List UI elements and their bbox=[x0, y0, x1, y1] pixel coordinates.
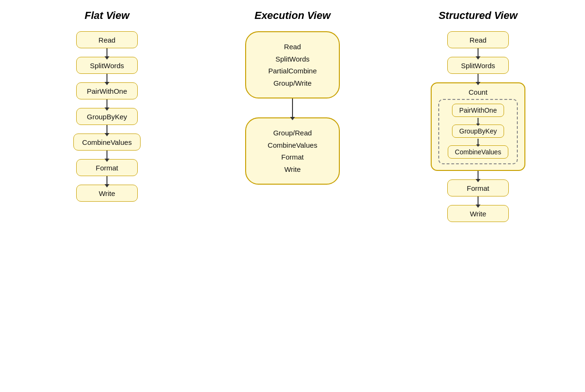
count-inner-box: PairWithOne GroupByKey CombineValues bbox=[438, 99, 518, 164]
main-container: Flat View Read SplitWords PairWithOne Gr… bbox=[0, 0, 585, 392]
struct-arrow-4 bbox=[478, 196, 479, 205]
inner-node-combinevalues: CombineValues bbox=[448, 145, 508, 159]
exec-arrow-1 bbox=[292, 98, 293, 117]
arrow-5 bbox=[106, 151, 107, 159]
flat-node-read: Read bbox=[76, 31, 138, 48]
arrow-4 bbox=[106, 125, 107, 134]
execution-view-column: Execution View ReadSplitWordsPartialComb… bbox=[200, 9, 385, 185]
struct-arrow-3 bbox=[478, 171, 479, 179]
structured-view-column: Structured View Read SplitWords Count Pa… bbox=[385, 9, 571, 222]
flat-view-column: Flat View Read SplitWords PairWithOne Gr… bbox=[14, 9, 200, 202]
count-title: Count bbox=[469, 88, 488, 96]
arrow-1 bbox=[106, 48, 107, 57]
structured-view-title: Structured View bbox=[439, 9, 518, 22]
struct-arrow-1 bbox=[478, 48, 479, 57]
arrow-2 bbox=[106, 74, 107, 82]
structured-node-read: Read bbox=[447, 31, 509, 48]
inner-node-pairwithone: PairWithOne bbox=[452, 104, 504, 117]
arrow-3 bbox=[106, 99, 107, 108]
flat-view-title: Flat View bbox=[85, 9, 130, 22]
arrow-6 bbox=[106, 176, 107, 185]
struct-arrow-2 bbox=[478, 74, 479, 82]
inner-node-groupbykey: GroupByKey bbox=[452, 125, 504, 138]
count-outer-box: Count PairWithOne GroupByKey CombineValu… bbox=[431, 82, 525, 171]
execution-node-bottom: Group/ReadCombineValuesFormatWrite bbox=[245, 117, 340, 185]
execution-view-title: Execution View bbox=[255, 9, 331, 22]
execution-node-top: ReadSplitWordsPartialCombineGroup/Write bbox=[245, 31, 340, 98]
